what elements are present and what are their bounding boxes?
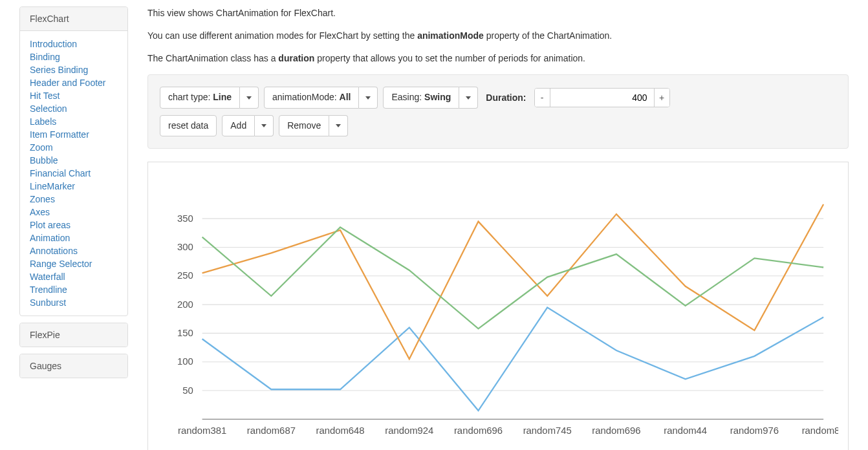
series-series3	[202, 228, 824, 329]
y-tick-label: 300	[177, 242, 193, 252]
caret-down-icon	[336, 124, 341, 127]
controls-panel: chart type: Line animationMode: All Easi…	[147, 74, 849, 149]
chart-type-dropdown[interactable]: chart type: Line	[160, 87, 259, 109]
x-tick-label: random745	[523, 425, 572, 436]
caret-down-icon	[246, 96, 252, 100]
sidebar-link-zoom[interactable]: Zoom	[30, 141, 118, 154]
caret-down-icon	[466, 96, 471, 100]
sidebar-link-linemarker[interactable]: LineMarker	[30, 180, 118, 193]
sidebar-link-zones[interactable]: Zones	[30, 193, 118, 206]
caret-down-icon	[365, 96, 371, 100]
series-series2	[202, 204, 824, 359]
chart-container: 50100150200250300350random381random687ra…	[147, 162, 849, 450]
x-tick-label: random976	[730, 425, 779, 436]
sidebar-link-waterfall[interactable]: Waterfall	[30, 270, 118, 283]
line-chart: 50100150200250300350random381random687ra…	[158, 175, 838, 450]
add-caret[interactable]	[255, 115, 274, 137]
add-dropdown[interactable]: Add	[222, 115, 274, 137]
sidebar-panel-flexpie: FlexPie	[19, 323, 128, 347]
intro-line-1: This view shows ChartAnimation for FlexC…	[147, 6, 849, 20]
series-series1	[202, 308, 824, 411]
sidebar-link-selection[interactable]: Selection	[30, 102, 118, 115]
sidebar-link-series-binding[interactable]: Series Binding	[30, 63, 118, 76]
duration-increment-button[interactable]: +	[654, 89, 669, 107]
remove-caret[interactable]	[329, 115, 348, 137]
y-tick-label: 100	[177, 356, 193, 367]
intro-text: This view shows ChartAnimation for FlexC…	[147, 6, 849, 65]
sidebar-link-hit-test[interactable]: Hit Test	[30, 89, 118, 102]
sidebar-link-sunburst[interactable]: Sunburst	[30, 296, 118, 309]
caret-down-icon	[261, 124, 266, 127]
y-tick-label: 200	[177, 299, 193, 310]
animation-mode-button[interactable]: animationMode: All	[264, 87, 359, 109]
x-tick-label: random696	[454, 425, 503, 436]
y-tick-label: 150	[177, 328, 193, 338]
remove-button[interactable]: Remove	[279, 115, 329, 137]
duration-spinner[interactable]: - +	[534, 88, 670, 107]
chart-type-caret[interactable]	[240, 87, 259, 109]
main-content: This view shows ChartAnimation for FlexC…	[147, 6, 849, 450]
sidebar-link-binding[interactable]: Binding	[30, 50, 118, 63]
sidebar-link-financial-chart[interactable]: Financial Chart	[30, 167, 118, 180]
easing-caret[interactable]	[459, 87, 478, 109]
sidebar-link-labels[interactable]: Labels	[30, 115, 118, 128]
easing-dropdown[interactable]: Easing: Swing	[383, 87, 478, 109]
x-tick-label: random44	[664, 425, 707, 436]
sidebar-link-plot-areas[interactable]: Plot areas	[30, 219, 118, 231]
sidebar-link-introduction[interactable]: Introduction	[30, 38, 118, 50]
x-tick-label: random381	[178, 425, 226, 436]
sidebar-panel-header[interactable]: FlexChart	[20, 7, 127, 31]
sidebar-link-item-formatter[interactable]: Item Formatter	[30, 128, 118, 141]
reset-data-button[interactable]: reset data	[160, 115, 217, 137]
sidebar: FlexChartIntroductionBindingSeries Bindi…	[19, 6, 128, 450]
remove-dropdown[interactable]: Remove	[279, 115, 348, 137]
sidebar-panel-gauges: Gauges	[19, 354, 128, 378]
sidebar-panel-body: IntroductionBindingSeries BindingHeader …	[20, 31, 127, 316]
x-tick-label: random85	[802, 425, 838, 436]
animation-mode-dropdown[interactable]: animationMode: All	[264, 87, 378, 109]
x-tick-label: random924	[385, 425, 433, 436]
easing-button[interactable]: Easing: Swing	[383, 87, 459, 109]
sidebar-link-axes[interactable]: Axes	[30, 206, 118, 219]
sidebar-link-animation[interactable]: Animation	[30, 231, 118, 244]
sidebar-panel-header[interactable]: Gauges	[20, 354, 127, 378]
intro-line-2: You can use different animation modes fo…	[147, 29, 849, 43]
sidebar-link-annotations[interactable]: Annotations	[30, 244, 118, 257]
x-tick-label: random648	[316, 425, 364, 436]
sidebar-panel-flexchart: FlexChartIntroductionBindingSeries Bindi…	[19, 6, 128, 316]
duration-input[interactable]	[550, 89, 654, 107]
duration-label: Duration:	[486, 92, 526, 103]
sidebar-link-trendline[interactable]: Trendline	[30, 283, 118, 296]
x-tick-label: random696	[592, 425, 640, 436]
sidebar-panel-header[interactable]: FlexPie	[20, 323, 127, 347]
y-tick-label: 250	[177, 271, 193, 281]
x-tick-label: random687	[247, 425, 296, 436]
sidebar-link-bubble[interactable]: Bubble	[30, 154, 118, 167]
add-button[interactable]: Add	[222, 115, 255, 137]
animation-mode-caret[interactable]	[359, 87, 378, 109]
y-tick-label: 350	[177, 213, 193, 224]
duration-decrement-button[interactable]: -	[535, 89, 550, 107]
intro-line-3: The ChartAnimation class has a duration …	[147, 52, 849, 65]
sidebar-link-range-selector[interactable]: Range Selector	[30, 257, 118, 270]
sidebar-link-header-and-footer[interactable]: Header and Footer	[30, 76, 118, 89]
chart-type-button[interactable]: chart type: Line	[160, 87, 240, 109]
y-tick-label: 50	[182, 385, 193, 396]
